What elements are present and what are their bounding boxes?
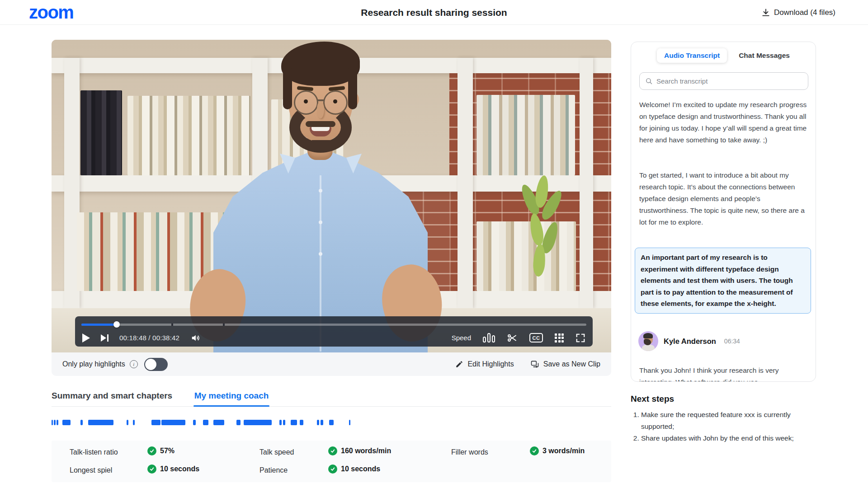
timeline-segment[interactable] xyxy=(54,420,56,425)
transcript-paragraph[interactable]: To get started, I want to introduce a bi… xyxy=(639,169,807,228)
transcript-panel: Audio Transcript Chat Messages Welcome! … xyxy=(631,42,816,382)
timeline-segment[interactable] xyxy=(52,420,53,425)
timeline-segment[interactable] xyxy=(133,420,135,425)
transcript-paragraph[interactable]: Thank you John! I think your research is… xyxy=(639,365,807,382)
player-controls: 00:18:48 / 00:38:42 Speed xyxy=(75,316,593,347)
play-button[interactable] xyxy=(82,333,90,343)
speed-button[interactable]: Speed xyxy=(452,334,471,342)
transcript-paragraph[interactable]: Welcome! I’m excited to update my resear… xyxy=(639,99,807,146)
presenter xyxy=(187,40,449,352)
only-play-highlights-label: Only play highlights xyxy=(62,360,125,368)
timeline-segment[interactable] xyxy=(213,420,224,425)
next-step-item: Share updates with John by the end of th… xyxy=(641,432,822,444)
analytics-icon[interactable] xyxy=(483,333,495,343)
metric-label: Talk speed xyxy=(259,446,294,458)
metric-label: Longest spiel xyxy=(70,465,112,476)
coach-metrics: Talk-listen ratio 57% Talk speed 160 wor… xyxy=(52,441,611,482)
timeline-segment[interactable] xyxy=(321,420,323,425)
seek-thumb[interactable] xyxy=(113,321,120,328)
info-icon[interactable]: i xyxy=(130,360,138,368)
timeline-segment[interactable] xyxy=(244,420,272,425)
download-button[interactable]: Download (4 files) xyxy=(761,0,835,25)
time-display: 00:18:48 / 00:38:42 xyxy=(119,334,179,342)
metric-label: Patience xyxy=(259,465,288,476)
speaker-row: Kyle Anderson 06:34 xyxy=(638,331,740,351)
chapter-marker xyxy=(171,324,173,326)
chapter-marker xyxy=(223,324,225,326)
save-as-new-clip-button[interactable]: Save as New Clip xyxy=(530,360,600,369)
bookshelf xyxy=(580,58,593,308)
volume-button[interactable] xyxy=(190,333,200,343)
bookshelf xyxy=(458,58,473,308)
download-label: Download (4 files) xyxy=(774,8,835,17)
speaker-timestamp: 06:34 xyxy=(724,338,740,345)
metric-value: 10 seconds xyxy=(328,463,380,475)
download-icon xyxy=(761,8,770,17)
skip-forward-button[interactable] xyxy=(101,334,108,342)
metric-value: 160 words/min xyxy=(328,445,391,457)
highlights-bar: Only play highlights i Edit Highlights S… xyxy=(52,352,611,376)
timeline-segment[interactable] xyxy=(127,420,128,425)
cc-button[interactable]: CC xyxy=(529,333,543,343)
gallery-view-button[interactable] xyxy=(555,333,564,343)
metric-value: 57% xyxy=(147,445,175,457)
books xyxy=(476,221,576,291)
trim-icon[interactable] xyxy=(507,333,518,343)
pencil-icon xyxy=(455,360,463,368)
timeline-segment[interactable] xyxy=(193,420,196,425)
metric-label: Talk-listen ratio xyxy=(70,446,118,458)
check-icon xyxy=(147,465,156,474)
next-steps-title: Next steps xyxy=(631,394,822,404)
transcript-search[interactable] xyxy=(639,72,808,90)
timeline-segment[interactable] xyxy=(300,420,303,425)
avatar xyxy=(638,331,658,351)
highlights-toggle[interactable] xyxy=(144,358,168,371)
tab-audio-transcript[interactable]: Audio Transcript xyxy=(657,48,727,63)
timeline-segment[interactable] xyxy=(236,420,241,425)
seek-bar[interactable] xyxy=(81,324,586,326)
fullscreen-button[interactable] xyxy=(576,333,585,343)
books xyxy=(80,90,122,175)
next-steps-section: Next steps Make sure the requested featu… xyxy=(631,394,822,445)
check-icon xyxy=(328,446,337,455)
timeline-segment[interactable] xyxy=(203,420,208,425)
check-icon xyxy=(328,465,337,474)
metric-value: 10 seconds xyxy=(147,463,199,475)
timeline-segment[interactable] xyxy=(329,420,334,425)
page-title: Research result sharing session xyxy=(0,0,868,25)
coach-tabs: Summary and smart chapters My meeting co… xyxy=(52,385,611,407)
video-player[interactable]: 00:18:48 / 00:38:42 Speed xyxy=(52,40,611,352)
check-icon xyxy=(530,446,539,455)
tab-chat-messages[interactable]: Chat Messages xyxy=(739,52,790,60)
timeline-segment[interactable] xyxy=(62,420,71,425)
check-icon xyxy=(147,446,156,455)
timeline-segment[interactable] xyxy=(161,420,185,425)
timeline-segment[interactable] xyxy=(57,420,58,425)
speaker-name: Kyle Anderson xyxy=(664,337,716,346)
timeline-segment[interactable] xyxy=(151,420,160,425)
timeline-segment[interactable] xyxy=(291,420,297,425)
timeline-segment[interactable] xyxy=(283,420,285,425)
timeline-segment[interactable] xyxy=(80,420,83,425)
timeline-segment[interactable] xyxy=(88,420,113,425)
search-icon xyxy=(645,77,653,85)
tab-summary[interactable]: Summary and smart chapters xyxy=(52,385,172,406)
search-input[interactable] xyxy=(656,77,802,85)
books xyxy=(476,95,575,175)
save-clip-icon xyxy=(530,360,539,369)
edit-highlights-button[interactable]: Edit Highlights xyxy=(455,360,514,368)
metric-value: 3 words/min xyxy=(530,445,585,457)
timeline-segment[interactable] xyxy=(317,420,319,425)
top-bar: zoom Research result sharing session Dow… xyxy=(0,0,868,25)
video-frame xyxy=(52,40,611,352)
timeline-segment[interactable] xyxy=(349,420,350,425)
tab-meeting-coach[interactable]: My meeting coach xyxy=(194,385,269,406)
next-step-item: Make sure the requested feature xxx is c… xyxy=(641,409,822,432)
highlighted-transcript[interactable]: An important part of my research is to e… xyxy=(635,248,811,314)
coach-timeline[interactable] xyxy=(52,420,353,425)
metric-label: Filler words xyxy=(451,446,488,458)
seek-progress xyxy=(81,324,117,326)
timeline-segment[interactable] xyxy=(279,420,282,425)
